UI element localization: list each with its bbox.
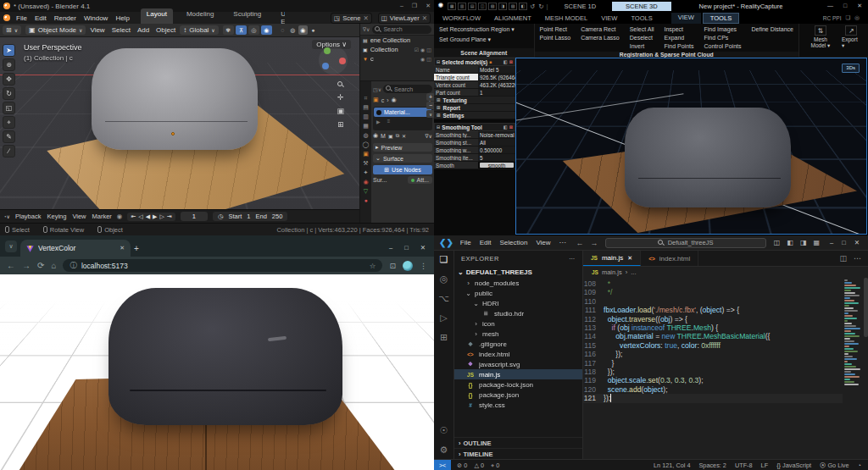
reload-button[interactable]: ⟳ (37, 261, 44, 270)
tool-button-6[interactable]: ✎ (3, 130, 15, 143)
properties-tab-icon-3[interactable]: ▦ (363, 123, 369, 130)
layout-icon-7[interactable]: ◧ (519, 3, 527, 10)
file-tree-item-index-html[interactable]: <>index.html (454, 349, 582, 359)
transport-button-4[interactable]: ▷ (159, 213, 164, 220)
use-nodes-button[interactable]: ⊞Use Nodes (373, 165, 432, 174)
selected-models-panel-header[interactable]: ⊟ Selected model(s) ■ ◧ ⊠ (434, 58, 515, 66)
split-editor-icon[interactable]: ◫ (839, 254, 847, 263)
minimize-button[interactable]: — (827, 3, 833, 9)
account-icon[interactable]: ☉ (440, 425, 448, 436)
minimize-button[interactable]: – (830, 239, 833, 246)
add-slot-button[interactable]: + (426, 93, 434, 101)
remote-indicator[interactable]: >< (434, 460, 451, 470)
status-item-4[interactable]: {} JavaScript (776, 462, 811, 469)
timeline-menu-3[interactable]: Marker (92, 213, 112, 220)
code-line-118[interactable]: 118 }); (583, 368, 843, 376)
ribbon-button-inspect[interactable]: Inspect (665, 26, 694, 32)
file-tree-item-studio-hdr[interactable]: ≣studio.hdr (454, 308, 582, 318)
search-icon[interactable]: ◎ (440, 274, 448, 285)
row-key[interactable]: Smoothing ty... (434, 131, 478, 138)
layout-icon-4[interactable]: ▧ (488, 3, 497, 10)
file-tree-item-javascript-svg[interactable]: ❖javascript.svg (454, 359, 582, 369)
layout-icon-0[interactable]: ▦ (448, 3, 456, 10)
preview-section[interactable]: ▸Preview (373, 143, 432, 152)
code-line-109[interactable]: 109 */ (583, 288, 843, 296)
x-axis-handle[interactable] (339, 58, 346, 64)
viewport-menu-0[interactable]: View (90, 26, 104, 34)
home-button[interactable]: ⌂ (51, 261, 56, 270)
menu-1[interactable]: Edit (480, 239, 492, 246)
layout-toggle-icon-1[interactable]: ◧ (787, 239, 793, 246)
shading-mode-icon-1[interactable]: ◍ (288, 25, 298, 35)
editor-type-icon[interactable]: ◔∨ (3, 213, 10, 219)
set-reconstruction-region-button[interactable]: Set Reconstruction Region ▾ (439, 26, 515, 33)
case-model[interactable] (625, 108, 791, 207)
navigation-gizmo[interactable] (319, 46, 348, 75)
expand-icon[interactable]: ⊞ (437, 105, 441, 110)
ribbon-button-point-rect[interactable]: Point Rect (540, 26, 571, 32)
viewport-menu-1[interactable]: Select (112, 26, 131, 34)
slot-specials-button[interactable]: ∨ (426, 110, 434, 118)
close-button[interactable]: ✕ (857, 3, 862, 9)
minimize-button[interactable]: – (389, 244, 392, 252)
breadcrumb[interactable]: JS main.js › ... (583, 267, 868, 278)
files-icon[interactable]: ❏ (440, 254, 448, 265)
ribbon-button-control-points[interactable]: Control Points (704, 43, 742, 49)
viewlayer-selector[interactable]: ◫ ViewLayer ✕ (378, 13, 431, 24)
row-value[interactable]: 0.500000 (478, 147, 515, 153)
ribbon-button-find-images[interactable]: Find Images (704, 26, 742, 32)
status-item-2[interactable]: UTF-8 (735, 462, 753, 469)
expand-icon[interactable]: ◧ (504, 124, 508, 130)
attribute-dropdown[interactable]: Att... (408, 176, 432, 184)
properties-tab-icon-2[interactable]: ▥ (363, 113, 369, 120)
orientation-dropdown[interactable]: ↕Global∨ (180, 25, 219, 35)
unlink-icon[interactable]: ✕ (402, 133, 406, 139)
zoom-icon[interactable] (337, 81, 344, 88)
header-toggle-icon-1[interactable]: ⊼ (236, 25, 247, 35)
layout-icon-5[interactable]: ◨ (498, 3, 507, 10)
timeline-menu-2[interactable]: View (72, 213, 86, 220)
collapse-icon[interactable]: ⊟ (437, 59, 440, 64)
checkbox-icon[interactable]: ◉ (420, 56, 425, 62)
checkbox-icon[interactable]: ☑ (415, 47, 419, 53)
surface-section[interactable]: ⌄Surface (373, 154, 432, 163)
filter-icon[interactable]: ∇∨ (363, 26, 370, 32)
start-field[interactable]: 1 (247, 213, 250, 220)
status-item-1[interactable]: Spaces: 2 (698, 462, 726, 469)
web-page-viewport[interactable] (0, 274, 434, 470)
ribbon-button-deselect[interactable]: Deselect (630, 35, 654, 41)
tab-index-html[interactable]: <> index.html (641, 251, 698, 266)
menu-2[interactable]: Selection (499, 239, 527, 246)
code-line-117[interactable]: 117 } (583, 359, 843, 368)
row-key[interactable]: Name (434, 66, 478, 73)
remove-slot-button[interactable]: − (426, 102, 434, 109)
transport-button-1[interactable]: ◁ (138, 213, 142, 220)
close-button[interactable]: ✕ (426, 3, 431, 9)
tab-close-icon[interactable]: ✕ (120, 245, 125, 252)
workspace-root-folder[interactable]: ⌄DEFUALT_THREEJS (454, 266, 582, 278)
file-tree-item--gitignore[interactable]: ◆.gitignore (454, 339, 582, 349)
ribbon-tab-0[interactable]: WORKFLOW (442, 14, 481, 22)
code-line-113[interactable]: 113 if (obj instanceof THREE.Mesh) { (583, 323, 843, 332)
maximize-button[interactable]: ❐ (412, 3, 417, 9)
minimize-button[interactable]: – (400, 3, 403, 9)
expand-icon[interactable]: ⊞ (437, 97, 441, 102)
code-line-114[interactable]: 114 obj.material = new THREE.MeshBasicMa… (583, 332, 843, 340)
ribbon-tab-4[interactable]: TOOLS (631, 14, 652, 22)
blender-logo-icon[interactable] (3, 14, 10, 21)
ribbon-button-camera-rect[interactable]: Camera Rect (581, 26, 620, 32)
row-key[interactable]: Smoothing st... (434, 139, 478, 146)
unlink-icon[interactable]: ✕ (363, 14, 368, 22)
end-field[interactable]: 250 (272, 213, 283, 220)
file-tree-item-package-json[interactable]: {}package.json (454, 390, 582, 400)
smooth-button[interactable]: smooth (480, 163, 514, 168)
settings-gear-icon[interactable]: ⚙ (440, 445, 448, 456)
context-tab-tools[interactable]: TOOLS (703, 13, 739, 24)
tool-button-4[interactable]: ◱ (3, 102, 15, 114)
undo-redo-icon-1[interactable]: ↻ (538, 3, 543, 10)
timeline-menu-0[interactable]: Playback (15, 213, 41, 220)
properties-tab-icon-0[interactable]: ⌗ (364, 95, 368, 102)
layout-toggle-icon-3[interactable]: ▦ (813, 239, 820, 246)
ribbon-button-select-all[interactable]: Select All (630, 26, 654, 32)
viewport-menu-3[interactable]: Object (156, 26, 175, 34)
